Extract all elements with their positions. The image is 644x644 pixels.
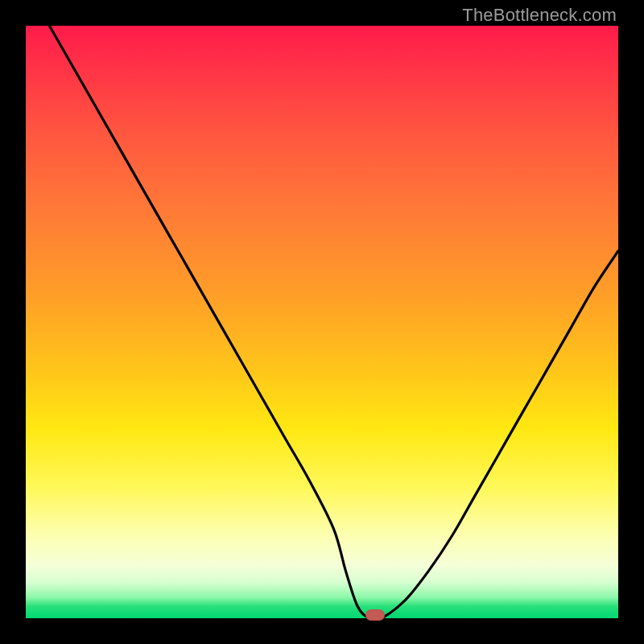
optimal-marker	[365, 609, 385, 621]
bottleneck-curve	[26, 26, 618, 618]
plot-area	[26, 26, 618, 618]
watermark-text: TheBottleneck.com	[462, 5, 617, 26]
chart-frame: TheBottleneck.com	[0, 0, 644, 644]
